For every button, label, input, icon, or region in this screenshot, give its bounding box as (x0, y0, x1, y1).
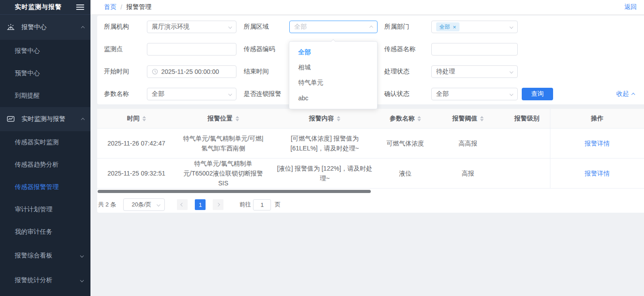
alarm-detail-link[interactable]: 报警详情 (585, 138, 610, 148)
sidebar-item-alarm-statistics[interactable]: 报警统计分析 (0, 268, 90, 292)
horizontal-scrollbar-thumb[interactable] (98, 190, 371, 193)
breadcrumb-separator: / (120, 4, 122, 11)
sidebar-item-alarm-center[interactable]: 报警中心 (0, 40, 90, 62)
start-time-input[interactable] (161, 68, 232, 75)
pagination: 共 2 条 20条/页 1 前往 页 (98, 197, 644, 213)
sensor-code-label: 传感器编码 (244, 38, 275, 60)
confirm-status-select[interactable]: 全部 (431, 88, 518, 100)
breadcrumb-bar: 首页 / 报警管理 返回 (90, 0, 644, 15)
end-time-label: 结束时间 (244, 60, 269, 83)
chevron-down-icon (80, 278, 84, 282)
breadcrumb-home-link[interactable]: 首页 (104, 3, 116, 11)
page-size-select[interactable]: 20条/页 (123, 198, 165, 211)
breadcrumb-current: 报警管理 (126, 3, 151, 11)
sort-icon (417, 116, 421, 121)
page-unit-label: 页 (275, 201, 280, 209)
dept-multiselect[interactable]: 全部 × (431, 21, 518, 33)
siren-icon (6, 22, 16, 32)
sidebar-submenu-alarm-center: 报警中心 预警中心 到期提醒 (0, 40, 90, 107)
chevron-up-icon (81, 118, 85, 121)
clock-icon (152, 69, 158, 75)
monitor-point-input-wrap (147, 43, 236, 56)
sidebar-item-sensor-realtime-monitor[interactable]: 传感器实时监测 (0, 131, 90, 154)
alarm-table-panel: 时间 报警位置 报警内容 参数名称 报警阈值 报警级别 操作 2025-11-2… (97, 109, 644, 213)
sidebar-item-audit-plan-management[interactable]: 审计计划管理 (0, 198, 90, 221)
main-content: 首页 / 报警管理 返回 所属机构 展厅演示环境 所属区域 全部 所属部门 (90, 0, 644, 296)
chevron-right-icon (216, 203, 220, 206)
sidebar-item-expiry-reminder[interactable]: 到期提醒 (0, 85, 90, 107)
org-label: 所属机构 (104, 16, 129, 38)
dept-label: 所属部门 (384, 16, 409, 38)
sort-icon (142, 116, 146, 121)
dropdown-option-abc[interactable]: abc (289, 90, 377, 106)
table-header-level: 报警级别 (504, 109, 550, 128)
table-header-time[interactable]: 时间 (97, 109, 176, 128)
monitor-point-input[interactable] (152, 46, 232, 53)
table-header-threshold[interactable]: 报警阈值 (432, 109, 504, 128)
table-header-row: 时间 报警位置 报警内容 参数名称 报警阈值 报警级别 操作 (97, 109, 644, 129)
cell-threshold: 高高报 (432, 129, 504, 158)
param-name-label: 参数名称 (104, 83, 129, 105)
dept-tag: 全部 × (436, 22, 459, 31)
chevron-up-icon (369, 26, 373, 29)
table-header-content[interactable]: 报警内容 (271, 109, 378, 128)
cell-location: 特气单元/氯气精制单元/T65002液位联锁切断报警SIS (176, 159, 271, 188)
chevron-down-icon (228, 25, 232, 29)
sidebar-header: 实时监测与报警 (0, 0, 90, 15)
sidebar-item-sensor-alarm-management[interactable]: 传感器报警管理 (0, 176, 90, 198)
param-name-select[interactable]: 全部 (147, 88, 236, 100)
confirm-status-label: 确认状态 (384, 83, 409, 105)
chevron-down-icon (157, 203, 160, 206)
cell-content: [液位] 报警值为 [122%]，请及时处理~ (271, 159, 378, 188)
table-header-param[interactable]: 参数名称 (378, 109, 432, 128)
cell-content: [可燃气体浓度] 报警值为 [61LEL%]，请及时处理~ (271, 129, 378, 158)
monitor-point-label: 监测点 (104, 38, 123, 60)
tag-close-icon[interactable]: × (453, 24, 456, 30)
dropdown-option-xiangcheng[interactable]: 相城 (289, 60, 377, 75)
handle-status-label: 处理状态 (384, 60, 409, 83)
sidebar-section-realtime-monitoring[interactable]: 实时监测与报警 (0, 107, 90, 131)
sidebar-title: 实时监测与报警 (15, 3, 62, 11)
horizontal-scrollbar (97, 190, 644, 193)
dropdown-option-special-gas-unit[interactable]: 特气单元 (289, 75, 377, 90)
goto-page-input[interactable] (253, 199, 271, 210)
sidebar-section-alarm-center[interactable]: 报警中心 (0, 15, 90, 40)
org-select[interactable]: 展厅演示环境 (147, 21, 236, 33)
sensor-name-input-wrap (431, 43, 518, 56)
handle-status-select[interactable]: 待处理 (431, 65, 518, 78)
collapse-filters-link[interactable]: 收起 (616, 83, 635, 105)
chevron-down-icon (510, 70, 513, 73)
alarm-management-page: 实时监测与报警 报警中心 报警中心 预警中心 到期提醒 (0, 0, 644, 296)
filter-row-1: 所属机构 展厅演示环境 所属区域 全部 所属部门 全部 × (97, 16, 644, 38)
sidebar-section-label: 实时监测与报警 (21, 115, 65, 123)
page-number-1[interactable]: 1 (195, 199, 206, 210)
area-dropdown-panel: 全部 相城 特气单元 abc (289, 41, 378, 109)
table-header-location[interactable]: 报警位置 (176, 109, 271, 128)
sidebar-item-alarm-dashboard[interactable]: 报警综合看板 (0, 243, 90, 268)
sort-icon (236, 116, 239, 121)
monitor-chart-icon (6, 114, 16, 124)
sort-icon (337, 116, 340, 121)
cell-time: 2025-11-26 07:42:47 (97, 129, 176, 158)
prev-page-button[interactable] (177, 199, 188, 210)
sidebar-item-my-audit-tasks[interactable]: 我的审计任务 (0, 221, 90, 243)
chevron-down-icon (510, 92, 513, 96)
back-link[interactable]: 返回 (624, 3, 637, 11)
search-button[interactable]: 查询 (522, 88, 553, 100)
chevron-left-icon (180, 203, 184, 206)
alarm-detail-link[interactable]: 报警详情 (585, 168, 610, 178)
dropdown-option-all[interactable]: 全部 (289, 45, 377, 60)
start-time-picker[interactable] (147, 65, 236, 78)
sidebar-item-sensor-trend-analysis[interactable]: 传感器趋势分析 (0, 154, 90, 176)
start-time-label: 开始时间 (104, 60, 129, 83)
cell-location: 特气单元/氯气精制单元/可燃|氢气卸车西南侧 (176, 129, 271, 158)
sidebar-item-warning-center[interactable]: 预警中心 (0, 62, 90, 85)
chevron-down-icon (80, 253, 84, 257)
table-header-action: 操作 (550, 109, 644, 128)
area-select[interactable]: 全部 (289, 21, 378, 33)
sensor-name-input[interactable] (436, 46, 513, 53)
next-page-button[interactable] (213, 199, 223, 210)
chevron-down-icon (228, 92, 232, 96)
chain-alarm-label: 是否连锁报警 (244, 83, 281, 105)
hamburger-menu-icon[interactable] (76, 4, 84, 10)
